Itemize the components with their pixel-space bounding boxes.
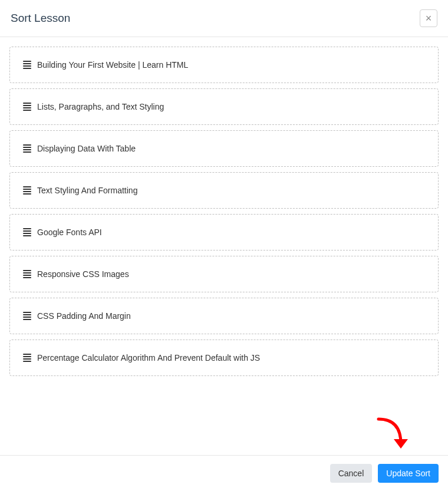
annotation-arrow-icon	[373, 414, 414, 456]
sort-list: Building Your First Website | Learn HTML…	[9, 47, 439, 376]
drag-handle-icon[interactable]	[23, 354, 31, 362]
lesson-label: CSS Padding And Margin	[37, 311, 131, 321]
close-button[interactable]: ×	[420, 9, 437, 27]
lesson-label: Displaying Data With Table	[37, 144, 136, 153]
drag-handle-icon[interactable]	[23, 103, 31, 111]
modal-header: Sort Lesson ×	[0, 0, 448, 37]
sort-item[interactable]: Google Fonts API	[9, 214, 439, 251]
drag-handle-icon[interactable]	[23, 270, 31, 278]
sort-item[interactable]: Text Styling And Formatting	[9, 172, 439, 209]
update-sort-button[interactable]: Update Sort	[378, 464, 439, 483]
drag-handle-icon[interactable]	[23, 186, 31, 195]
sort-item[interactable]: Lists, Paragraphs, and Text Styling	[9, 88, 439, 125]
sort-item[interactable]: Displaying Data With Table	[9, 130, 439, 167]
modal-body: Building Your First Website | Learn HTML…	[0, 37, 448, 385]
close-icon: ×	[426, 13, 432, 24]
cancel-button[interactable]: Cancel	[330, 464, 373, 483]
lesson-label: Lists, Paragraphs, and Text Styling	[37, 102, 164, 111]
lesson-label: Google Fonts API	[37, 228, 102, 237]
lesson-label: Building Your First Website | Learn HTML	[37, 60, 188, 70]
lesson-label: Responsive CSS Images	[37, 269, 129, 279]
drag-handle-icon[interactable]	[23, 144, 31, 153]
lesson-label: Text Styling And Formatting	[37, 186, 137, 195]
drag-handle-icon[interactable]	[23, 312, 31, 320]
modal-footer: Cancel Update Sort	[0, 455, 448, 491]
sort-item[interactable]: Responsive CSS Images	[9, 256, 439, 292]
drag-handle-icon[interactable]	[23, 61, 31, 69]
sort-item[interactable]: CSS Padding And Margin	[9, 298, 439, 334]
sort-item[interactable]: Percentage Calculator Algorithm And Prev…	[9, 340, 439, 376]
sort-item[interactable]: Building Your First Website | Learn HTML	[9, 47, 439, 83]
drag-handle-icon[interactable]	[23, 228, 31, 236]
lesson-label: Percentage Calculator Algorithm And Prev…	[37, 353, 260, 363]
modal-title: Sort Lesson	[11, 12, 70, 25]
